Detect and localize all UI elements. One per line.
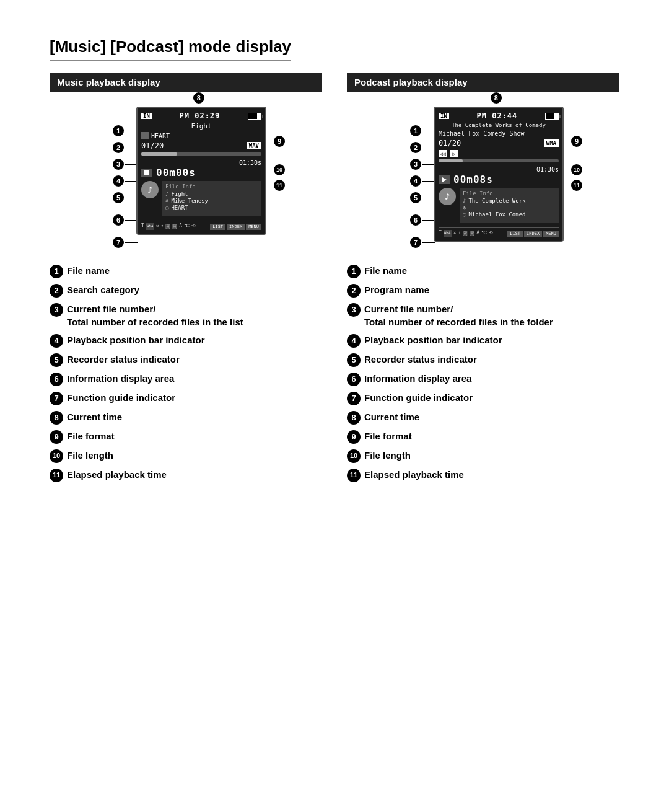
music-battery — [248, 113, 261, 120]
podcast-desc-7: 7 Function guide indicator — [347, 391, 619, 405]
music-desc-4: 4 Playback position bar indicator — [50, 333, 322, 348]
podcast-fileinfo: File Info ♪The Complete Work ♣ ○Michael … — [460, 188, 559, 223]
music-fileinfo-row-2: ♣Mike Tenesy — [165, 198, 258, 204]
music-cat-icon — [141, 132, 149, 139]
music-desc-1: 1 File name — [50, 264, 322, 278]
podcast-ch2: ▷ — [450, 150, 458, 157]
music-in-badge: IN — [141, 113, 152, 119]
podcast-info-area: ♪ File Info ♪The Complete Work ♣ ○Michae… — [439, 188, 559, 225]
music-display-label: Music playback display — [50, 73, 322, 92]
podcast-filelength: 01:30s — [536, 166, 559, 173]
music-elapsed: 00m00s — [156, 167, 196, 179]
music-device: 8 1 2 3 4 5 6 7 9 10 11 — [136, 107, 266, 235]
music-desc-10: 10 File length — [50, 449, 322, 463]
music-desc-9: 9 File format — [50, 430, 322, 444]
podcast-desc-col: 1 File name 2 Program name 3 Current fil… — [347, 264, 619, 487]
music-list-btn[interactable]: LIST — [210, 224, 225, 230]
podcast-ch1: ◁◁ — [439, 150, 447, 157]
music-func-btns: LIST INDEX MENU — [210, 224, 261, 230]
music-format: WAV — [247, 142, 261, 149]
podcast-chapter-icons: ◁◁ ▷ — [439, 150, 559, 157]
podcast-desc-8: 8 Current time — [347, 410, 619, 425]
podcast-filenum-row: 01/20 WMA — [439, 139, 559, 148]
music-filelength: 01:30s — [239, 159, 261, 166]
music-desc-col: 1 File name 2 Search category 3 Current … — [50, 264, 322, 487]
podcast-battery — [545, 113, 559, 120]
podcast-desc-2: 2 Program name — [347, 283, 619, 298]
music-menu-btn[interactable]: MENU — [246, 224, 261, 230]
podcast-filenum: 01/20 — [439, 139, 461, 148]
music-status-icon — [141, 169, 152, 177]
music-file-title: Fight — [141, 122, 261, 130]
music-desc-3: 3 Current file number/Total number of re… — [50, 302, 322, 329]
podcast-func-btns: LIST INDEX MENU — [507, 231, 559, 237]
music-cat-text: HEART — [151, 133, 170, 139]
music-func-icons: TWMA✕↑圖圖A℃⟲ — [141, 223, 196, 230]
music-status-row: 00m00s — [141, 167, 261, 179]
music-filelength-row: 01:30s — [141, 159, 261, 166]
music-filenum-row: 01/20 WAV — [141, 141, 261, 150]
music-time: PM 02:29 — [180, 112, 221, 120]
music-desc-8: 8 Current time — [50, 410, 322, 425]
podcast-funcbar: TWMA✕↑圖圖A℃⟲ LIST INDEX MENU — [439, 227, 559, 237]
podcast-desc-6: 6 Information display area — [347, 372, 619, 386]
podcast-desc-10: 10 File length — [347, 449, 619, 463]
podcast-device: 8 1 2 3 4 5 6 7 9 10 11 — [434, 107, 564, 242]
music-right-annotations: 9 10 11 — [274, 135, 285, 192]
music-fileinfo-header: File Info — [165, 183, 258, 190]
music-desc-6: 6 Information display area — [50, 372, 322, 386]
music-desc-11: 11 Elapsed playback time — [50, 468, 322, 482]
music-fileinfo-row-1: ♪Fight — [165, 191, 258, 197]
page-title: [Music] [Podcast] mode display — [50, 37, 291, 61]
podcast-filelength-row: 01:30s — [439, 166, 559, 173]
podcast-fileinfo-row-3: ○Michael Fox Comed — [463, 211, 556, 218]
music-desc-2: 2 Search category — [50, 283, 322, 298]
podcast-desc-3: 3 Current file number/Total number of re… — [347, 302, 619, 329]
music-category: HEART — [141, 132, 261, 139]
music-funcbar: TWMA✕↑圖圖A℃⟲ LIST INDEX MENU — [141, 221, 261, 230]
podcast-elapsed: 00m08s — [453, 174, 493, 185]
music-info-area: ♪ File Info ♪Fight ♣Mike Tenesy ○HEART — [141, 181, 261, 218]
music-fileinfo: File Info ♪Fight ♣Mike Tenesy ○HEART — [162, 181, 261, 216]
podcast-status-icon — [439, 175, 450, 184]
podcast-screen: IN PM 02:44 The Complete Works of Comedy… — [434, 107, 564, 242]
podcast-left-annotations: 1 2 3 4 5 6 7 — [410, 124, 436, 250]
music-note-icon: ♪ — [141, 181, 159, 198]
podcast-in-badge: IN — [439, 113, 449, 119]
music-desc-7: 7 Function guide indicator — [50, 391, 322, 405]
podcast-fileinfo-row-2: ♣ — [463, 205, 556, 211]
music-display-section: Music playback display 8 1 2 3 4 5 6 7 — [50, 73, 322, 242]
music-filenum: 01/20 — [141, 141, 164, 150]
music-left-annotations: 1 2 3 4 5 6 7 — [113, 124, 139, 250]
podcast-fileinfo-row-1: ♪The Complete Work — [463, 198, 556, 204]
podcast-menu-btn[interactable]: MENU — [543, 231, 559, 237]
music-screen: IN PM 02:29 Fight HEART — [136, 107, 266, 235]
podcast-desc-5: 5 Recorder status indicator — [347, 353, 619, 367]
podcast-desc-11: 11 Elapsed playback time — [347, 468, 619, 482]
music-desc-5: 5 Recorder status indicator — [50, 353, 322, 367]
music-progressbar — [141, 152, 261, 156]
music-index-btn[interactable]: INDEX — [227, 224, 245, 230]
podcast-list-btn[interactable]: LIST — [507, 231, 523, 237]
podcast-desc-4: 4 Playback position bar indicator — [347, 333, 619, 348]
podcast-program: Michael Fox Comedy Show — [439, 130, 559, 137]
podcast-status-row: 00m08s — [439, 174, 559, 185]
podcast-note-icon: ♪ — [439, 188, 456, 205]
podcast-progressbar — [439, 159, 559, 162]
podcast-format: WMA — [544, 139, 559, 147]
podcast-index-btn[interactable]: INDEX — [524, 231, 542, 237]
podcast-fileinfo-header: File Info — [463, 190, 556, 196]
descriptions-row: 1 File name 2 Search category 3 Current … — [50, 264, 619, 487]
podcast-right-annotations: 9 10 11 — [571, 135, 582, 192]
podcast-display-section: Podcast playback display 8 1 2 3 4 5 6 7 — [347, 73, 619, 242]
podcast-file-title: The Complete Works of Comedy — [439, 122, 559, 128]
music-fileinfo-row-3: ○HEART — [165, 205, 258, 211]
podcast-time: PM 02:44 — [477, 112, 518, 120]
music-annotation-8-top: 8 — [193, 92, 204, 104]
podcast-display-label: Podcast playback display — [347, 73, 619, 92]
podcast-desc-1: 1 File name — [347, 264, 619, 278]
podcast-desc-9: 9 File format — [347, 430, 619, 444]
podcast-func-icons: TWMA✕↑圖圖A℃⟲ — [439, 230, 493, 237]
podcast-annotation-8-top: 8 — [491, 92, 502, 104]
